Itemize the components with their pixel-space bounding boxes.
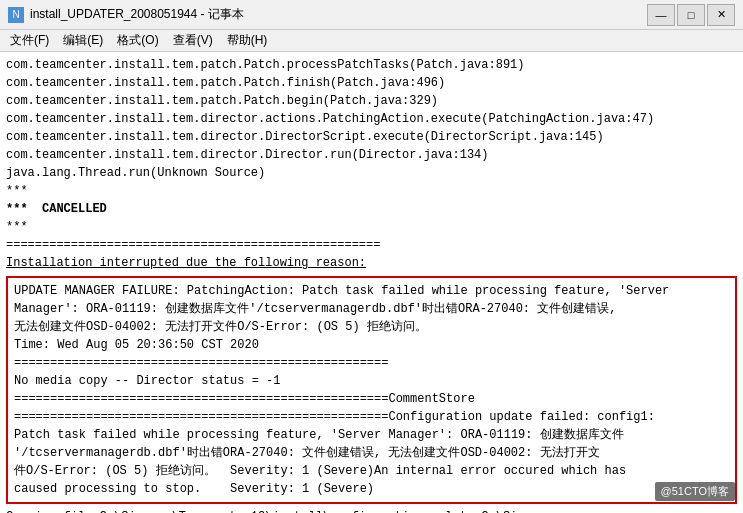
error-line: No media copy -- Director status = -1 bbox=[14, 372, 729, 390]
log-line: com.teamcenter.install.tem.patch.Patch.b… bbox=[6, 92, 737, 110]
menu-file[interactable]: 文件(F) bbox=[4, 31, 55, 51]
error-line: ========================================… bbox=[14, 390, 729, 408]
error-line: UPDATE MANAGER FAILURE: PatchingAction: … bbox=[14, 282, 729, 300]
error-line: 无法创建文件OSD-04002: 无法打开文件O/S-Error: (OS 5)… bbox=[14, 318, 729, 336]
log-line: *** CANCELLED bbox=[6, 200, 737, 218]
error-line: Patch task failed while processing featu… bbox=[14, 426, 729, 444]
log-line: com.teamcenter.install.tem.director.Dire… bbox=[6, 128, 737, 146]
log-line: java.lang.Thread.run(Unknown Source) bbox=[6, 164, 737, 182]
error-line: ========================================… bbox=[14, 408, 729, 426]
log-line: com.teamcenter.install.tem.director.Dire… bbox=[6, 146, 737, 164]
log-line: Installation interrupted due the followi… bbox=[6, 254, 737, 272]
menu-edit[interactable]: 编辑(E) bbox=[57, 31, 109, 51]
log-line: *** bbox=[6, 218, 737, 236]
menu-help[interactable]: 帮助(H) bbox=[221, 31, 274, 51]
minimize-button[interactable]: — bbox=[647, 4, 675, 26]
log-line: ========================================… bbox=[6, 236, 737, 254]
log-line: com.teamcenter.install.tem.patch.Patch.p… bbox=[6, 56, 737, 74]
log-line: com.teamcenter.install.tem.director.acti… bbox=[6, 110, 737, 128]
log-line: *** bbox=[6, 182, 737, 200]
close-button[interactable]: ✕ bbox=[707, 4, 735, 26]
menu-bar: 文件(F) 编辑(E) 格式(O) 查看(V) 帮助(H) bbox=[0, 30, 743, 52]
log-line: com.teamcenter.install.tem.patch.Patch.f… bbox=[6, 74, 737, 92]
menu-format[interactable]: 格式(O) bbox=[111, 31, 164, 51]
menu-view[interactable]: 查看(V) bbox=[167, 31, 219, 51]
log-line: Copying file C:\Siemens\Teamcenter12\ins… bbox=[6, 508, 737, 513]
window-title: install_UPDATER_2008051944 - 记事本 bbox=[30, 6, 244, 23]
error-line: caused processing to stop. Severity: 1 (… bbox=[14, 480, 729, 498]
error-line: 件O/S-Error: (OS 5) 拒绝访问。 Severity: 1 (Se… bbox=[14, 462, 729, 480]
text-content[interactable]: com.teamcenter.install.tem.patch.Patch.p… bbox=[0, 52, 743, 513]
error-line: ========================================… bbox=[14, 354, 729, 372]
error-line: '/tcservermanagerdb.dbf'时出错ORA-27040: 文件… bbox=[14, 444, 729, 462]
maximize-button[interactable]: □ bbox=[677, 4, 705, 26]
app-icon: N bbox=[8, 7, 24, 23]
error-line: Manager': ORA-01119: 创建数据库文件'/tcserverma… bbox=[14, 300, 729, 318]
title-bar: N install_UPDATER_2008051944 - 记事本 — □ ✕ bbox=[0, 0, 743, 30]
title-bar-left: N install_UPDATER_2008051944 - 记事本 bbox=[8, 6, 244, 23]
window-controls: — □ ✕ bbox=[647, 4, 735, 26]
error-line: Time: Wed Aug 05 20:36:50 CST 2020 bbox=[14, 336, 729, 354]
error-box: UPDATE MANAGER FAILURE: PatchingAction: … bbox=[6, 276, 737, 504]
